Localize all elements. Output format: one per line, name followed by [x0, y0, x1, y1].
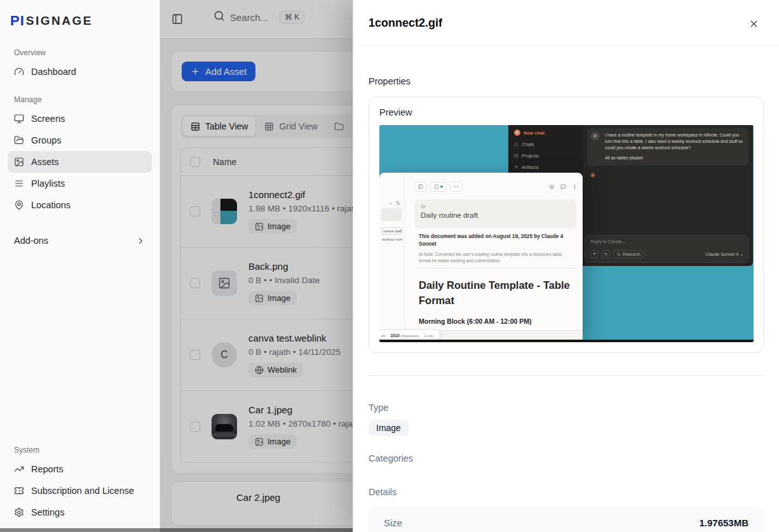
code-icon: [450, 182, 463, 192]
user-message-text: All as tables please!: [605, 155, 743, 161]
doc-toolbar: [414, 182, 578, 192]
sidebar-item-label: Settings: [31, 507, 64, 517]
asset-details-drawer: 1connect2.gif Properties Preview + New c…: [353, 0, 779, 532]
sidebar-section-overview: Overview Dashboard Manage Screens Groups…: [0, 48, 159, 216]
properties-heading: Properties: [369, 76, 764, 86]
close-button[interactable]: [749, 18, 760, 30]
sidebar-item-label: Dashboard: [31, 67, 76, 77]
reply-placeholder: Reply to Claude...: [590, 239, 743, 244]
doc-emoji-icon: ⊖: [421, 203, 570, 209]
sidebar-item-screens[interactable]: Screens: [8, 108, 152, 130]
size-value: 1.97653MB: [699, 517, 749, 528]
artifacts-icon: [514, 165, 518, 170]
doc-title-card: ⊖ Daily routine draft: [414, 199, 576, 229]
sheet-overlay[interactable]: [160, 0, 353, 532]
gauge-icon: [14, 67, 24, 77]
preview-nav-label: Artifacts: [522, 164, 539, 170]
pages-icon: [430, 182, 447, 192]
sidebar-item-groups[interactable]: Groups: [8, 130, 152, 151]
brand-logo: PI SIGNAGE: [0, 0, 159, 29]
preview-heading: Preview: [379, 107, 753, 117]
preview-user-message: R I have a routine template in my home w…: [587, 128, 749, 166]
plus-circle-icon: +: [514, 130, 520, 136]
preview-nav-artifacts: Artifacts: [514, 164, 578, 170]
stat-read-time: 1 min: [424, 333, 433, 338]
gear-icon: [14, 507, 24, 517]
image-icon: [14, 157, 24, 167]
preview-new-chat: + New chat: [514, 130, 578, 136]
monitor-icon: [14, 114, 24, 124]
details-label: Details: [369, 487, 764, 497]
details-card: Size 1.97653MB: [369, 507, 764, 532]
sliders-icon: ≈: [602, 250, 610, 258]
sidebar-item-settings[interactable]: Settings: [8, 502, 152, 523]
doc-ai-note: AI Note: Converted the user's existing r…: [419, 251, 570, 263]
sidebar-item-subscription[interactable]: Subscription and License: [8, 480, 152, 502]
drawer-title: 1connect2.gif: [369, 17, 764, 30]
stat-characters: 1610 characters: [391, 333, 419, 338]
type-value-badge: Image: [369, 420, 409, 436]
doc-title: Daily routine draft: [421, 211, 570, 219]
preview-doc-window: + ↻ routine draft -workout-sche...: [379, 173, 583, 342]
list-icon: [14, 178, 24, 189]
sidebar-item-reports[interactable]: Reports: [8, 458, 152, 480]
map-pin-icon: [14, 200, 24, 210]
ticket-icon: [14, 486, 24, 496]
file-item: -workout-sche...: [381, 237, 402, 241]
message-circle-icon: [514, 142, 518, 147]
trending-up-icon: [14, 464, 24, 474]
folder-open-icon: [14, 135, 24, 145]
details-size-row: Size 1.97653MB: [384, 517, 749, 528]
sidebar-item-assets[interactable]: Assets: [8, 151, 152, 173]
preview-nav-label: Projects: [522, 153, 539, 159]
search-icon: [617, 253, 621, 256]
preview-bottom-strip: [379, 340, 754, 342]
sidebar-item-label: Reports: [31, 464, 64, 474]
file-panel-tools: + ↻: [389, 201, 402, 206]
doc-subheading: Morning Block (6:00 AM - 12:00 PM): [419, 317, 532, 325]
sidebar-item-label: Groups: [31, 135, 62, 145]
doc-added-line: This document was added on August 19, 20…: [419, 233, 572, 249]
sheet-overlay-bottom: [0, 528, 353, 532]
comment-icon: [560, 184, 566, 190]
type-label: Type: [369, 402, 764, 413]
chevron-right-icon: [136, 236, 146, 246]
user-avatar: R: [591, 132, 599, 140]
preview-nav-projects: Projects: [514, 153, 578, 159]
drawer-header: 1connect2.gif: [353, 0, 779, 46]
sidebar-item-playlists[interactable]: Playlists: [8, 173, 152, 194]
preview-file-panel: + ↻ routine draft -workout-sche...: [379, 173, 405, 342]
sidebar-item-dashboard[interactable]: Dashboard: [8, 61, 152, 83]
research-chip: Research: [613, 250, 644, 258]
size-label: Size: [384, 517, 402, 528]
doc-divider: [419, 268, 576, 269]
close-icon: [749, 18, 759, 29]
sidebar-item-label: Subscription and License: [31, 486, 134, 496]
box-icon: [514, 154, 518, 158]
file-selected-block: [381, 208, 402, 221]
claude-spark-icon: [590, 170, 596, 181]
categories-label: Categories: [369, 453, 764, 463]
addons-label: Add-ons: [14, 236, 48, 246]
doc-toolbar-right: [549, 184, 578, 190]
preview-nav-chats: Chats: [514, 142, 578, 147]
brand-name: SIGNAGE: [26, 14, 93, 28]
preview-image: + New chat Chats Projects: [379, 125, 754, 342]
section-label-overview: Overview: [8, 48, 152, 57]
preview-nav-label: Chats: [522, 142, 534, 147]
plus-icon: +: [590, 250, 599, 258]
section-label-system: System: [8, 446, 152, 455]
stat-words-partial: ds: [381, 333, 386, 338]
section-divider: [369, 375, 764, 376]
sidebar-item-addons[interactable]: Add-ons: [8, 230, 152, 251]
sidebar-item-label: Playlists: [31, 178, 65, 189]
sidebar: PI SIGNAGE Overview Dashboard Manage Scr…: [0, 0, 160, 532]
preview-reply-box: Reply to Claude... + ≈ Research Claude S…: [585, 235, 749, 263]
eye-icon: [549, 184, 555, 190]
green-dot: [440, 185, 443, 188]
sidebar-item-locations[interactable]: Locations: [8, 194, 152, 216]
user-message-text: I have a routine template in my home wor…: [605, 132, 743, 152]
sidebar-item-label: Locations: [31, 200, 71, 210]
doc-heading: Daily Routine Template - Table Format: [419, 278, 579, 309]
file-item: routine draft: [381, 227, 402, 235]
